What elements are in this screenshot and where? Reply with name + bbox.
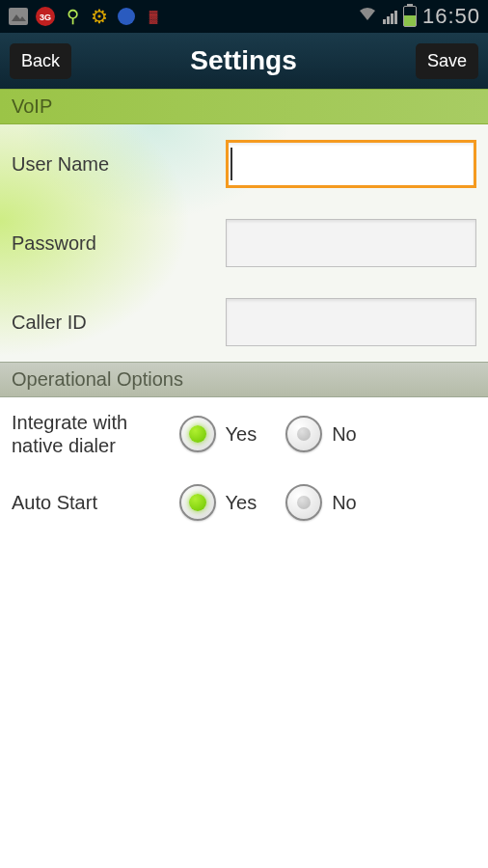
password-input[interactable] — [226, 219, 476, 267]
radio-yes-label: Yes — [226, 423, 258, 446]
signal-icon — [383, 9, 397, 24]
username-input[interactable] — [226, 140, 476, 188]
integrate-yes-radio[interactable]: Yes — [179, 416, 258, 452]
radio-no-label: No — [332, 492, 357, 514]
radio-unselected-dot — [297, 496, 311, 509]
svg-text:3G: 3G — [40, 13, 51, 22]
autostart-row: Auto Start Yes No — [0, 471, 488, 534]
app-icon-3: ▓ — [143, 6, 164, 27]
options-section-header: Operational Options — [0, 362, 488, 397]
radio-yes-label: Yes — [226, 492, 258, 514]
radio-icon — [285, 484, 322, 521]
back-button[interactable]: Back — [10, 43, 71, 79]
battery-icon — [403, 6, 417, 27]
password-row: Password — [0, 203, 488, 283]
autostart-yes-radio[interactable]: Yes — [179, 484, 258, 521]
status-left-tray: 3G ⚲ ⚙ ▓ — [8, 6, 164, 27]
radio-icon — [285, 416, 322, 452]
app-icon-2 — [116, 6, 137, 27]
app-icon-1: ⚲ — [62, 6, 83, 27]
wifi-icon — [358, 7, 377, 26]
radio-icon — [179, 484, 216, 521]
radio-no-label: No — [332, 423, 357, 446]
status-time: 16:50 — [422, 4, 480, 29]
save-button[interactable]: Save — [416, 43, 478, 79]
autostart-radio-group: Yes No — [179, 484, 357, 521]
integrate-row: Integrate with native dialer Yes No — [0, 397, 488, 471]
username-row: User Name — [0, 124, 488, 203]
callerid-input[interactable] — [226, 298, 476, 346]
status-bar: 3G ⚲ ⚙ ▓ 16:50 — [0, 0, 488, 33]
integrate-radio-group: Yes No — [179, 416, 357, 452]
radio-selected-dot — [189, 425, 206, 443]
radio-unselected-dot — [297, 427, 311, 441]
callerid-row: Caller ID — [0, 283, 488, 362]
radio-selected-dot — [189, 494, 206, 511]
gallery-icon — [8, 6, 29, 27]
integrate-no-radio[interactable]: No — [285, 416, 357, 452]
gear-icon: ⚙ — [89, 6, 110, 27]
password-label: Password — [12, 232, 226, 255]
status-right-tray: 16:50 — [358, 4, 480, 29]
voip-section-header: VoIP — [0, 89, 488, 124]
integrate-label: Integrate with native dialer — [12, 411, 179, 457]
text-cursor-icon — [230, 148, 232, 180]
app-header: Back Settings Save — [0, 33, 488, 89]
svg-point-4 — [118, 8, 135, 25]
voip-section-body: User Name Password Caller ID — [0, 124, 488, 362]
autostart-no-radio[interactable]: No — [285, 484, 357, 521]
callerid-label: Caller ID — [12, 312, 226, 334]
options-section-body: Integrate with native dialer Yes No Auto… — [0, 397, 488, 534]
page-title: Settings — [71, 45, 416, 76]
3g-icon: 3G — [35, 6, 56, 27]
svg-rect-0 — [9, 8, 28, 25]
radio-icon — [179, 416, 216, 452]
autostart-label: Auto Start — [12, 491, 179, 514]
username-label: User Name — [12, 153, 226, 176]
